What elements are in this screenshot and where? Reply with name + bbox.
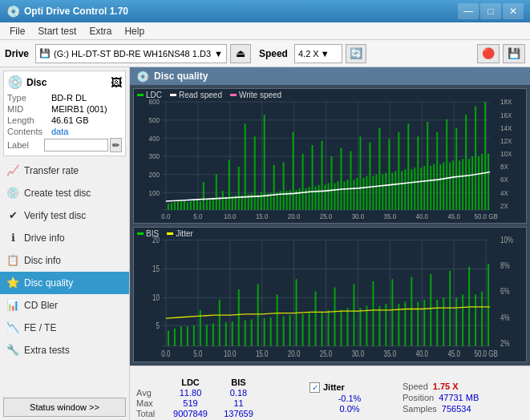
nav-fe-te[interactable]: 📉 FE / TE	[0, 317, 129, 339]
jitter-max: 0.0%	[310, 404, 390, 414]
disc-length-value: 46.61 GB	[51, 115, 88, 125]
speed-select[interactable]: 4.2 X ▼	[294, 44, 342, 63]
svg-text:2X: 2X	[500, 201, 508, 209]
close-button[interactable]: ✕	[503, 3, 524, 19]
svg-rect-86	[299, 188, 301, 210]
svg-rect-87	[302, 154, 304, 210]
svg-rect-124	[420, 168, 422, 210]
svg-rect-220	[404, 301, 406, 345]
nav-create-test-disc[interactable]: 💿 Create test disc	[0, 182, 129, 204]
svg-text:10.0: 10.0	[224, 349, 237, 358]
svg-rect-54	[196, 200, 198, 210]
total-bis: 137659	[216, 409, 261, 418]
drive-select[interactable]: 💾 (G:) HL-DT-ST BD-RE WH16NS48 1.D3 ▼	[35, 44, 227, 63]
verify-test-disc-icon: ✔	[6, 209, 19, 221]
svg-text:500: 500	[149, 116, 160, 124]
svg-rect-190	[212, 323, 214, 345]
svg-rect-183	[168, 330, 169, 345]
svg-rect-113	[385, 173, 386, 210]
svg-text:25.0: 25.0	[320, 349, 333, 358]
svg-rect-198	[264, 318, 265, 346]
create-test-disc-icon: 💿	[6, 187, 19, 199]
svg-text:100: 100	[149, 188, 160, 196]
svg-text:45.0: 45.0	[447, 349, 460, 358]
nav-disc-quality[interactable]: ⭐ Disc quality	[0, 272, 129, 294]
nav-transfer-rate[interactable]: 📈 Transfer rate	[0, 160, 129, 182]
disc-mid-row: MID MEIRB1 (001)	[7, 104, 122, 114]
drive-info-icon: ℹ	[6, 232, 19, 244]
toolbar-btn-2[interactable]: 💾	[503, 44, 525, 63]
disc-label-input[interactable]	[44, 139, 108, 151]
max-ldc: 519	[164, 398, 216, 408]
avg-label: Avg	[136, 388, 164, 398]
svg-rect-219	[398, 304, 399, 346]
refresh-button[interactable]: 🔄	[346, 44, 366, 63]
nav-drive-info[interactable]: ℹ Drive info	[0, 227, 129, 249]
svg-rect-81	[283, 163, 285, 210]
disc-contents-label: Contents	[7, 127, 51, 136]
svg-rect-102	[350, 151, 351, 210]
svg-text:0.0: 0.0	[161, 349, 170, 358]
svg-rect-117	[398, 132, 399, 210]
nav-items: 📈 Transfer rate 💿 Create test disc ✔ Ver…	[0, 160, 129, 361]
svg-rect-95	[328, 183, 330, 209]
position-label: Position	[403, 393, 434, 402]
nav-extra-tests[interactable]: 🔧 Extra tests	[0, 339, 129, 361]
nav-disc-info[interactable]: 📋 Disc info	[0, 249, 129, 272]
svg-rect-195	[245, 321, 246, 346]
svg-rect-144	[484, 102, 486, 210]
extra-tests-icon: 🔧	[6, 344, 19, 356]
svg-text:8%: 8%	[500, 261, 510, 270]
title-bar: 💿 Opti Drive Control 1.70 — □ ✕	[0, 0, 530, 22]
svg-text:2%: 2%	[500, 339, 510, 348]
svg-rect-214	[366, 306, 367, 346]
disc-contents-value[interactable]: data	[51, 127, 68, 136]
svg-rect-48	[177, 201, 179, 210]
menu-bar: File Start test Extra Help	[0, 22, 530, 40]
menu-extra[interactable]: Extra	[83, 24, 118, 38]
svg-text:20.0: 20.0	[288, 212, 301, 220]
svg-rect-46	[171, 203, 172, 210]
disc-type-row: Type BD-R DL	[7, 93, 122, 103]
svg-rect-90	[312, 145, 314, 210]
svg-rect-129	[436, 132, 438, 210]
menu-file[interactable]: File	[3, 24, 31, 38]
svg-text:10X: 10X	[500, 150, 512, 158]
svg-rect-136	[459, 160, 460, 209]
svg-rect-187	[193, 325, 195, 346]
check-mark: ✓	[312, 383, 318, 392]
svg-rect-92	[318, 185, 320, 210]
svg-rect-145	[488, 154, 489, 210]
ldc-header: LDC	[164, 378, 216, 387]
menu-help[interactable]: Help	[118, 24, 151, 38]
position-value: 47731 MB	[439, 393, 479, 402]
svg-rect-112	[382, 175, 383, 210]
disc-image-button[interactable]: 🖼	[111, 76, 122, 89]
svg-rect-99	[340, 147, 342, 210]
nav-cd-bler[interactable]: 📊 CD Bler	[0, 294, 129, 317]
jitter-checkbox[interactable]: ✓	[310, 382, 320, 393]
disc-mid-label: MID	[7, 104, 51, 114]
disc-panel-title: Disc	[26, 77, 47, 88]
toolbar-btn-1[interactable]: 🔴	[477, 44, 500, 63]
svg-text:16X: 16X	[500, 111, 512, 119]
svg-rect-57	[206, 200, 208, 210]
speed-label: Speed	[259, 48, 288, 59]
svg-text:30.0: 30.0	[352, 349, 365, 358]
eject-button[interactable]: ⏏	[230, 44, 251, 63]
svg-rect-83	[289, 190, 291, 210]
maximize-button[interactable]: □	[480, 3, 501, 19]
bottom-chart-legend: BIS Jitter	[137, 229, 193, 238]
status-window-button[interactable]: Status window >>	[3, 398, 126, 417]
disc-label-button[interactable]: ✏	[110, 138, 122, 152]
menu-start-test[interactable]: Start test	[31, 24, 83, 38]
svg-rect-224	[430, 274, 431, 346]
top-chart: LDC Read speed Write speed	[133, 88, 527, 224]
svg-text:10: 10	[152, 293, 160, 302]
minimize-button[interactable]: —	[458, 3, 479, 19]
nav-verify-test-disc[interactable]: ✔ Verify test disc	[0, 204, 129, 227]
svg-text:18X: 18X	[500, 98, 512, 106]
transfer-rate-icon: 📈	[6, 164, 19, 176]
svg-rect-67	[238, 167, 240, 210]
svg-rect-206	[315, 292, 317, 346]
